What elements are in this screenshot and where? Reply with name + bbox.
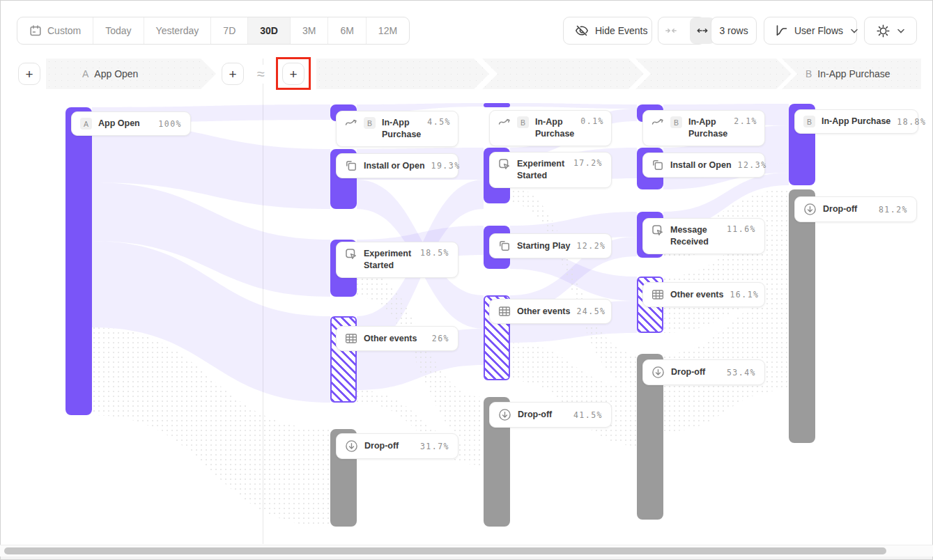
node-percent: 31.7% (420, 442, 449, 451)
node-percent: 16.1% (730, 290, 759, 300)
node-name: Experiment Started (364, 248, 414, 272)
node-card-message-received[interactable]: Message Received 11.6% (642, 218, 765, 254)
node-percent: 19.3% (431, 161, 461, 171)
node-card-in-app-purchase[interactable]: B In-App Purchase 2.1% (642, 110, 765, 146)
node-name: Other events (517, 306, 570, 318)
node-percent: 26% (432, 334, 449, 343)
goal-arrow-icon (498, 116, 511, 126)
node-percent: 81.2% (879, 205, 908, 215)
node-name: Install or Open (670, 160, 732, 171)
node-card-experiment-started[interactable]: Experiment Started 18.5% (336, 242, 458, 278)
grid-icon (345, 332, 357, 345)
node-card-install-or-open[interactable]: Install or Open 12.3% (642, 153, 765, 178)
node-name: Other events (364, 333, 426, 345)
windows-icon (498, 240, 511, 252)
node-bar-app-open[interactable] (65, 107, 92, 415)
node-name: In-App Purchase (535, 116, 574, 140)
drop-off-icon (803, 203, 817, 216)
node-percent: 12.3% (738, 160, 767, 170)
node-card-drop-off[interactable]: Drop-off 31.7% (336, 433, 458, 459)
node-card-in-app-purchase[interactable]: B In-App Purchase 0.1% (489, 110, 612, 146)
node-name: Drop-off (518, 409, 567, 421)
drop-off-icon (498, 408, 511, 421)
node-name: Message Received (670, 224, 720, 248)
user-flows-report: Custom Today Yesterday 7D 30D 3M 6M 12M … (0, 0, 933, 560)
node-card-drop-off[interactable]: Drop-off 53.4% (642, 359, 765, 385)
grid-icon (651, 288, 664, 301)
step-badge: B (364, 117, 376, 129)
click-icon (498, 158, 511, 171)
node-card-drop-off[interactable]: Drop-off 41.5% (489, 402, 612, 428)
step-badge: A (80, 118, 92, 130)
node-card-in-app-purchase[interactable]: B In-App Purchase 4.5% (336, 111, 458, 147)
goal-arrow-icon (651, 116, 664, 126)
goal-arrow-icon (345, 117, 357, 127)
node-percent: 53.4% (727, 368, 756, 378)
node-percent: 41.5% (573, 410, 603, 420)
node-name: In-App Purchase (822, 116, 890, 127)
step-badge: B (803, 116, 815, 127)
drop-off-icon (345, 440, 358, 453)
node-name: Drop-off (364, 440, 414, 452)
step-badge: B (517, 116, 529, 128)
node-percent: 12.2% (576, 241, 606, 251)
node-bar-drop-off[interactable] (789, 189, 815, 443)
node-card-experiment-started[interactable]: Experiment Started 17.2% (489, 152, 612, 188)
grid-icon (498, 305, 511, 318)
node-name: Drop-off (671, 366, 720, 378)
node-card-starting-play[interactable]: Starting Play 12.2% (489, 233, 612, 258)
node-bar-in-app-purchase[interactable] (484, 103, 510, 107)
step-badge: B (670, 116, 682, 128)
node-percent: 17.2% (573, 158, 603, 168)
node-percent: 18.8% (897, 117, 926, 127)
node-card-other-events[interactable]: Other events 24.5% (489, 299, 612, 324)
node-percent: 0.1% (580, 116, 604, 126)
drop-off-icon (651, 366, 665, 379)
node-card-other-events[interactable]: Other events 16.1% (642, 282, 765, 307)
node-name: Experiment Started (517, 158, 567, 182)
node-card-install-or-open[interactable]: Install or Open 19.3% (336, 153, 458, 178)
node-percent: 4.5% (427, 117, 451, 127)
click-icon (345, 248, 357, 260)
node-name: Other events (670, 289, 723, 301)
node-percent: 100% (158, 119, 182, 129)
annotation-red-box (276, 57, 311, 90)
windows-icon (345, 160, 357, 172)
node-name: In-App Purchase (688, 116, 727, 140)
windows-icon (651, 159, 664, 171)
node-name: Install or Open (364, 160, 425, 172)
node-percent: 24.5% (576, 306, 606, 316)
node-name: In-App Purchase (382, 117, 421, 141)
node-card-in-app-purchase[interactable]: B In-App Purchase 18.8% (794, 109, 918, 134)
node-name: App Open (98, 118, 152, 130)
node-percent: 11.6% (727, 224, 756, 234)
node-name: Drop-off (823, 203, 872, 215)
node-card-other-events[interactable]: Other events 26% (336, 326, 458, 351)
node-card-app-open[interactable]: A App Open 100% (71, 111, 191, 136)
node-card-drop-off[interactable]: Drop-off 81.2% (794, 196, 917, 222)
node-percent: 2.1% (734, 116, 757, 126)
node-percent: 18.5% (420, 248, 449, 258)
node-name: Starting Play (517, 240, 570, 252)
click-icon (651, 224, 664, 237)
